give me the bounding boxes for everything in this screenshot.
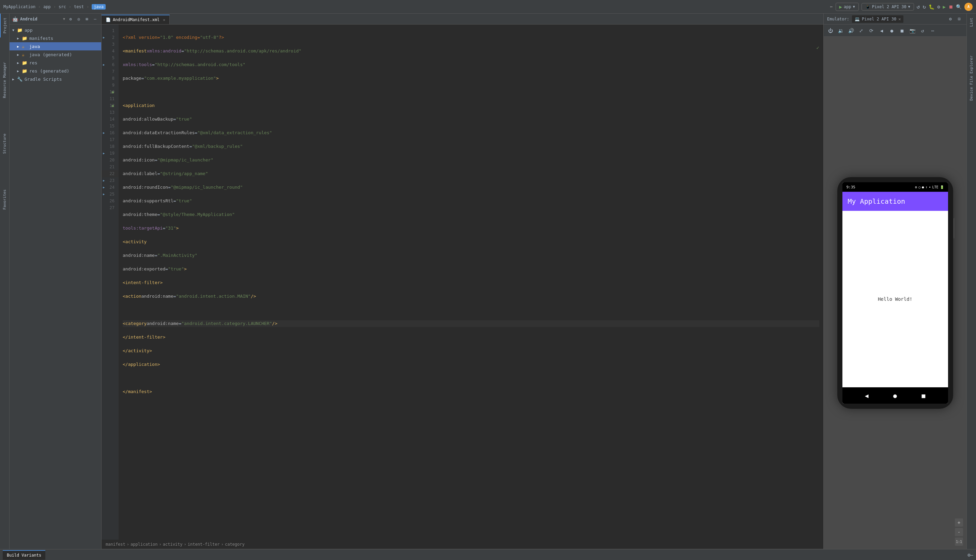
run-config-label: app <box>844 5 851 9</box>
code-editor[interactable]: <?xml version="1.0" encoding="utf-8"?> <… <box>118 25 823 540</box>
home-button[interactable]: ● <box>893 392 897 399</box>
res-arrow-icon: ▶ <box>17 61 22 65</box>
bc-application: application <box>130 542 157 547</box>
back-nav-icon[interactable]: ◀ <box>878 27 886 35</box>
zoom-in-button[interactable]: + <box>955 518 963 527</box>
syntax-check-ok: ✓ <box>816 45 819 50</box>
code-line-11: android:label="@string/app_name" <box>123 170 819 177</box>
tree-item-java[interactable]: ▶ ☕ java <box>10 42 101 50</box>
phone-hello-world: Hello World! <box>878 297 912 302</box>
line-5: 5 <box>102 55 118 61</box>
recents-icon[interactable]: ■ <box>898 27 906 35</box>
search-icon[interactable]: 🔍 <box>956 4 962 10</box>
tree-label-java: java <box>29 44 40 49</box>
screenshot-icon[interactable]: 📷 <box>908 27 916 35</box>
emulator-settings-icon[interactable]: ⚙ <box>947 15 954 23</box>
tree-item-res-generated[interactable]: ▶ 📁 res (generated) <box>10 67 101 75</box>
back-icon[interactable]: ⬅ <box>830 4 833 10</box>
stop-icon[interactable]: ⏹ <box>948 4 953 10</box>
resource-vertical-label: Resource Manager <box>1 59 8 101</box>
code-line-13: android:supportsRtl="true" <box>123 198 819 204</box>
collapse-icon[interactable]: — <box>92 16 98 22</box>
line-numbers: 1 2 3 4 5 6 7 8 9 10 11 12 13 14 15 16 1… <box>102 25 118 540</box>
editor-tab-manifest[interactable]: 📄 AndroidManifest.xml ✕ <box>102 15 170 24</box>
resource-manager-tab[interactable]: Resource Manager <box>0 58 10 102</box>
line-25: 25 <box>102 191 118 198</box>
res-gen-arrow-icon: ▶ <box>17 69 22 73</box>
back-button[interactable]: ◀ <box>865 392 869 399</box>
phone-app-bar: My Application <box>843 192 948 211</box>
run2-icon[interactable]: ▶ <box>943 4 946 10</box>
code-line-22: <category android:name="android.intent.c… <box>123 320 819 327</box>
build-variants-tab[interactable]: Build Variants <box>3 550 45 560</box>
emulator-expand-icon[interactable]: ⊡ <box>956 15 963 23</box>
expand-icon[interactable]: ⊞ <box>83 16 90 22</box>
chevron-down-icon[interactable]: ▼ <box>63 17 65 21</box>
screen-rotate-icon[interactable]: ⟳ <box>867 27 876 35</box>
emulator-zoom-controls: + - 1:1 <box>955 518 963 546</box>
tab-close-icon[interactable]: ✕ <box>163 18 165 22</box>
bug-icon[interactable]: 🐛 <box>929 4 934 10</box>
lint-tab[interactable]: Lint <box>967 13 976 31</box>
refresh2-icon[interactable]: ↻ <box>923 3 926 10</box>
code-line-20: <action android:name="android.intent.act… <box>123 293 819 300</box>
user-avatar[interactable]: A <box>964 3 973 11</box>
refresh-icon[interactable]: ↺ <box>917 3 920 10</box>
project-tab[interactable]: Project <box>0 13 10 37</box>
zoom-out-button[interactable]: - <box>955 528 963 536</box>
device-file-vertical-label: Device File Explorer <box>968 53 975 103</box>
home-icon[interactable]: ● <box>888 27 896 35</box>
code-line-23: </intent-filter> <box>123 334 819 341</box>
undo-icon[interactable]: ↺ <box>918 27 927 35</box>
run-config-button[interactable]: ▶ app ▼ <box>836 3 859 11</box>
scroll-to-icon[interactable]: ◎ <box>75 16 82 22</box>
breadcrumb-test: test <box>74 5 84 9</box>
line-7: 7 <box>102 68 118 75</box>
project-vertical-label: Project <box>2 15 8 36</box>
code-line-24: </activity> <box>123 347 819 354</box>
gradle-icon: 🔧 <box>17 77 23 82</box>
structure-tab[interactable]: Structure <box>0 130 10 158</box>
bc-manifest: manifest <box>106 542 125 547</box>
tree-item-java-generated[interactable]: ▶ ☕ java (generated) <box>10 50 101 58</box>
device-dropdown-icon[interactable]: ▼ <box>908 5 910 8</box>
device-tab-close-icon[interactable]: ✕ <box>898 17 901 22</box>
res-folder-icon: 📁 <box>22 60 28 65</box>
minus-icon-bottom[interactable]: — <box>971 552 973 558</box>
volume-button[interactable] <box>953 218 954 238</box>
favorites-tab[interactable]: Favorites <box>0 185 10 214</box>
file-tree: ▼ 📁 app ▶ 📁 manifests ▶ ☕ java ▶ ☕ java … <box>10 25 101 549</box>
manifests-folder-icon: 📁 <box>22 36 28 41</box>
tree-item-manifests[interactable]: ▶ 📁 manifests <box>10 34 101 42</box>
emulator-header: Emulator: 💻 Pixel 2 API 30 ✕ ⚙ ⊡ <box>824 13 966 25</box>
volume-down-icon[interactable]: 🔉 <box>837 27 845 35</box>
code-line-5 <box>123 88 819 95</box>
settings-icon[interactable]: ⚙ <box>67 16 74 22</box>
tree-item-gradle[interactable]: ▶ 🔧 Gradle Scripts <box>10 75 101 83</box>
gear-icon-bottom[interactable]: ⚙ <box>968 552 970 558</box>
device-file-tab[interactable]: Device File Explorer <box>967 52 976 105</box>
line-17: 17 <box>102 136 118 143</box>
power-icon[interactable]: ⏻ <box>826 27 834 35</box>
tree-item-res[interactable]: ▶ 📁 res <box>10 58 101 67</box>
line-1: 1 <box>102 27 118 34</box>
sync-icon[interactable]: ⚙ <box>937 4 940 10</box>
phone-frame: 9:35 ⚙ ○ ● ↑ • LTE 🔋 My Applic <box>837 177 953 409</box>
rotate-icon[interactable]: ⤢ <box>857 27 865 35</box>
code-line-18: android:exported="true"> <box>123 266 819 273</box>
tree-item-app[interactable]: ▼ 📁 app <box>10 26 101 34</box>
recents-button[interactable]: ■ <box>921 392 925 399</box>
device-tab[interactable]: 💻 Pixel 2 API 30 ✕ <box>852 15 903 23</box>
line-11: 11 <box>102 95 118 102</box>
phone-app-title: My Application <box>848 197 906 205</box>
device-selector-button[interactable]: 📱 Pixel 2 API 30 ▼ <box>861 3 914 10</box>
code-line-3: xmlns:tools="http://schemas.android.com/… <box>123 61 819 68</box>
run-dropdown-icon[interactable]: ▼ <box>853 5 855 8</box>
code-line-7: android:allowBackup="true" <box>123 116 819 123</box>
line-16: 16 <box>102 130 118 136</box>
emulator-screen-area: 9:35 ⚙ ○ ● ↑ • LTE 🔋 My Applic <box>824 37 966 549</box>
emulator-toolbar: ⏻ 🔉 🔊 ⤢ ⟳ ◀ ● ■ 📷 ↺ ⋯ <box>824 25 966 37</box>
volume-up-icon[interactable]: 🔊 <box>847 27 855 35</box>
more-icon[interactable]: ⋯ <box>929 27 937 35</box>
res-gen-folder-icon: 📁 <box>22 68 28 73</box>
